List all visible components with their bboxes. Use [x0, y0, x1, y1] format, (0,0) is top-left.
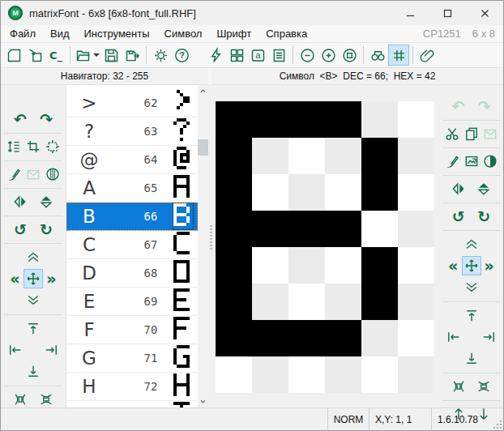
pixel-cell[interactable] — [216, 101, 252, 138]
copy-button[interactable] — [462, 124, 481, 143]
pixel-cell[interactable] — [252, 356, 288, 393]
preview-text-button[interactable]: a — [247, 45, 268, 66]
character-row-69[interactable]: E69 — [66, 288, 198, 316]
crop-button[interactable] — [23, 137, 43, 156]
pixel-cell[interactable] — [252, 284, 288, 320]
align-bottom-button[interactable] — [23, 361, 43, 381]
character-row-68[interactable]: D68 — [66, 259, 198, 288]
character-row-62[interactable]: >62 — [66, 89, 198, 117]
redo-button[interactable]: ↷ — [474, 96, 493, 116]
pixel-cell[interactable] — [361, 247, 398, 284]
shift-up-button[interactable] — [23, 248, 43, 267]
shift-right-button[interactable]: » — [481, 256, 498, 275]
character-row-64[interactable]: @64 — [66, 146, 198, 174]
pixel-cell[interactable] — [325, 211, 361, 247]
center-horizontal-button[interactable] — [11, 390, 30, 409]
character-row-70[interactable]: F70 — [66, 316, 198, 344]
pixel-cell[interactable] — [288, 320, 325, 356]
undo-button[interactable]: ↶ — [449, 96, 468, 116]
pixel-cell[interactable] — [325, 138, 361, 174]
pixel-cell[interactable] — [216, 247, 252, 284]
scroll-up-button[interactable] — [198, 85, 208, 97]
pixel-cell[interactable] — [361, 138, 398, 174]
pixel-cell[interactable] — [325, 356, 361, 393]
settings-button[interactable] — [150, 45, 171, 66]
character-row-66[interactable]: B66 — [66, 203, 198, 231]
menu-item-tools[interactable]: Инструменты — [77, 26, 157, 41]
zoom-in-button[interactable] — [318, 45, 339, 66]
list-scrollbar[interactable] — [198, 85, 208, 408]
menu-item-symbol[interactable]: Символ — [157, 26, 210, 41]
pixel-cell[interactable] — [325, 174, 361, 211]
maximize-button[interactable] — [429, 1, 466, 25]
pixel-cell[interactable] — [398, 101, 434, 138]
pixel-cell[interactable] — [216, 174, 252, 211]
help-button[interactable]: ? — [171, 45, 192, 66]
flip-vertical-button[interactable] — [36, 192, 56, 211]
pixel-cell[interactable] — [288, 174, 325, 211]
pixel-cell[interactable] — [216, 138, 252, 174]
brush-button[interactable] — [442, 151, 462, 171]
pixel-cell[interactable] — [252, 174, 288, 211]
pixel-cell[interactable] — [398, 174, 434, 211]
shift-down-button[interactable] — [462, 277, 481, 297]
align-right-button[interactable] — [42, 340, 60, 360]
glyph-list-button[interactable] — [268, 45, 289, 66]
paste-envelope-button[interactable] — [481, 124, 500, 143]
pixel-cell[interactable] — [216, 356, 252, 393]
rotate-ccw-button[interactable]: ↺ — [449, 207, 468, 226]
center-vertical-button[interactable] — [474, 377, 493, 396]
flip-horizontal-button[interactable] — [11, 192, 30, 211]
new-from-code-button[interactable]: C_ — [45, 45, 66, 66]
move-button[interactable] — [462, 256, 481, 275]
flip-horizontal-button[interactable] — [449, 179, 468, 198]
pixel-cell[interactable] — [398, 211, 434, 247]
character-map-button[interactable] — [226, 45, 247, 66]
pixel-cell[interactable] — [361, 174, 398, 211]
pixel-cell[interactable] — [216, 320, 252, 356]
pixel-cell[interactable] — [288, 247, 325, 284]
pixel-cell[interactable] — [398, 320, 434, 356]
scrollbar-thumb[interactable] — [198, 139, 208, 156]
character-row-63[interactable]: ?63 — [66, 117, 198, 146]
move-button[interactable] — [23, 269, 43, 288]
align-left-button[interactable] — [6, 340, 24, 360]
pixel-cell[interactable] — [288, 356, 325, 393]
rotate-ccw-button[interactable]: ↺ — [11, 220, 30, 239]
import-font-button[interactable] — [24, 45, 45, 66]
brush-button[interactable] — [4, 164, 23, 184]
shift-up-button[interactable] — [462, 235, 481, 254]
pixel-cell[interactable] — [216, 284, 252, 320]
pixel-cell[interactable] — [361, 320, 398, 356]
image-import-button[interactable] — [462, 151, 481, 171]
zoom-out-button[interactable] — [297, 45, 318, 66]
scroll-down-button[interactable] — [198, 395, 208, 408]
pixel-cell[interactable] — [325, 284, 361, 320]
align-bottom-button[interactable] — [462, 348, 481, 368]
find-character-button[interactable] — [367, 45, 388, 66]
character-row-72[interactable]: H72 — [66, 373, 198, 401]
open-font-button[interactable] — [74, 45, 100, 66]
pixel-cell[interactable] — [398, 247, 434, 284]
align-right-button[interactable] — [480, 327, 498, 347]
rotate-cw-button[interactable]: ↻ — [474, 207, 493, 226]
save-font-button[interactable] — [100, 45, 122, 66]
pattern-fill-button[interactable] — [43, 164, 62, 184]
pixel-cell[interactable] — [252, 101, 288, 138]
pixel-cell[interactable] — [252, 138, 288, 174]
pixel-cell[interactable] — [325, 101, 361, 138]
canvas-size-button[interactable] — [43, 137, 62, 156]
new-font-button[interactable] — [3, 45, 24, 66]
menu-item-help[interactable]: Справка — [258, 26, 314, 41]
align-left-button[interactable] — [445, 327, 463, 347]
invert-button[interactable] — [481, 151, 500, 171]
attachment-button[interactable] — [416, 45, 438, 66]
close-button[interactable] — [466, 1, 503, 25]
rotate-cw-button[interactable]: ↻ — [36, 220, 56, 239]
align-top-button[interactable] — [23, 319, 43, 339]
character-row-73[interactable]: I73 — [66, 401, 198, 408]
character-row-71[interactable]: G71 — [66, 344, 198, 373]
pixel-cell[interactable] — [325, 247, 361, 284]
cut-button[interactable] — [442, 124, 462, 143]
menu-item-file[interactable]: Файл — [2, 26, 43, 41]
